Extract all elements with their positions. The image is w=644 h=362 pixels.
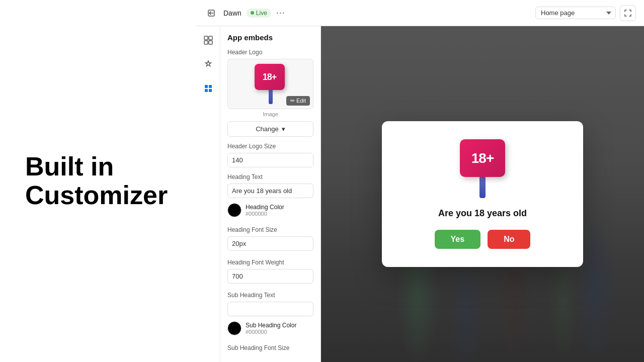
svg-rect-5 — [205, 85, 208, 88]
modal-sign-text: 18+ — [471, 150, 494, 166]
heading-color-info: Heading Color #000000 — [246, 204, 284, 217]
sub-heading-color-name: Sub Heading Color — [246, 322, 296, 329]
header-logo-label: Header Logo — [227, 49, 313, 56]
no-button[interactable]: No — [488, 230, 530, 249]
branding-title: Built in Customizer — [25, 152, 168, 210]
page-select[interactable]: Home page About page Contact page — [535, 7, 616, 19]
modal-buttons: Yes No — [435, 230, 531, 249]
apps-icon[interactable] — [200, 80, 216, 97]
sign-pole — [269, 90, 273, 104]
modal-card: 18+ Are you 18 years old Yes No — [382, 121, 583, 267]
modal-sign-board: 18+ — [460, 139, 505, 177]
svg-rect-7 — [205, 89, 208, 92]
heading-color-name: Heading Color — [246, 204, 284, 211]
top-bar-right: Home page About page Contact page — [535, 5, 636, 21]
live-label: Live — [256, 10, 267, 17]
change-label: Change — [256, 125, 279, 133]
logo-size-input[interactable] — [228, 153, 313, 167]
settings-panel: App embeds Header Logo 18+ ✏ Edit Image … — [220, 26, 321, 362]
live-dot — [251, 11, 254, 15]
customize-icon[interactable] — [200, 56, 216, 72]
sub-heading-color-hex: #000000 — [246, 329, 296, 335]
heading-text-label: Heading Text — [227, 173, 313, 180]
heading-font-size-input[interactable] — [227, 236, 313, 251]
sidebar-icons — [196, 26, 220, 362]
svg-rect-1 — [204, 36, 208, 40]
preview-area: 18+ Are you 18 years old Yes No — [321, 26, 644, 362]
svg-rect-8 — [209, 89, 212, 92]
sign-text: 18+ — [263, 72, 277, 82]
image-preview-container: 18+ ✏ Edit — [227, 59, 313, 109]
sub-heading-color-row: Sub Heading Color #000000 — [227, 318, 313, 338]
modal-sign-pole — [479, 177, 486, 198]
svg-rect-6 — [209, 85, 212, 88]
modal-overlay: 18+ Are you 18 years old Yes No — [321, 26, 644, 362]
heading-font-size-label: Heading Font Size — [227, 226, 313, 233]
back-button[interactable] — [204, 6, 218, 20]
heading-font-weight-input[interactable] — [227, 269, 313, 284]
panel-title: App embeds — [227, 33, 313, 42]
eighteen-plus-logo: 18+ — [255, 64, 287, 104]
change-button[interactable]: Change ▾ — [227, 121, 313, 137]
sub-heading-font-size-label: Sub Heading Font Size — [227, 344, 313, 351]
content-row: App embeds Header Logo 18+ ✏ Edit Image … — [196, 26, 644, 362]
svg-rect-2 — [209, 36, 212, 40]
heading-color-swatch[interactable] — [227, 203, 242, 217]
more-button[interactable]: ··· — [276, 8, 285, 18]
main-area: Dawn Live ··· Home page About page Conta… — [196, 0, 644, 362]
svg-rect-4 — [209, 41, 212, 44]
branding-panel: Built in Customizer — [0, 0, 196, 362]
heading-color-row: Heading Color #000000 — [227, 200, 313, 220]
sign-board: 18+ — [255, 64, 285, 90]
sub-heading-color-swatch[interactable] — [227, 321, 242, 335]
modal-heading: Are you 18 years old — [438, 208, 527, 219]
sub-heading-text-label: Sub Heading Text — [227, 292, 313, 299]
modal-icon: 18+ — [460, 139, 505, 198]
change-arrow-icon: ▾ — [282, 125, 285, 133]
edit-image-button[interactable]: ✏ Edit — [286, 96, 310, 106]
fullscreen-button[interactable] — [620, 5, 636, 21]
heading-color-hex: #000000 — [246, 211, 284, 217]
sub-heading-color-info: Sub Heading Color #000000 — [246, 322, 296, 335]
top-bar-left: Dawn Live ··· — [204, 6, 285, 20]
sections-icon[interactable] — [200, 32, 216, 48]
heading-font-weight-label: Heading Font Weight — [227, 259, 313, 266]
sub-heading-text-input[interactable] — [227, 302, 313, 316]
branding-title-line2: Customizer — [25, 180, 168, 210]
image-label: Image — [227, 111, 313, 117]
live-badge: Live — [247, 9, 271, 18]
logo-size-label: Header Logo Size — [227, 143, 313, 150]
branding-title-line1: Built in — [25, 152, 114, 181]
svg-rect-3 — [204, 41, 208, 44]
heading-text-input[interactable] — [227, 184, 313, 198]
top-bar: Dawn Live ··· Home page About page Conta… — [196, 0, 644, 26]
store-name: Dawn — [223, 9, 242, 17]
logo-size-input-group: ▲ ▼ — [227, 153, 313, 167]
yes-button[interactable]: Yes — [435, 230, 481, 249]
